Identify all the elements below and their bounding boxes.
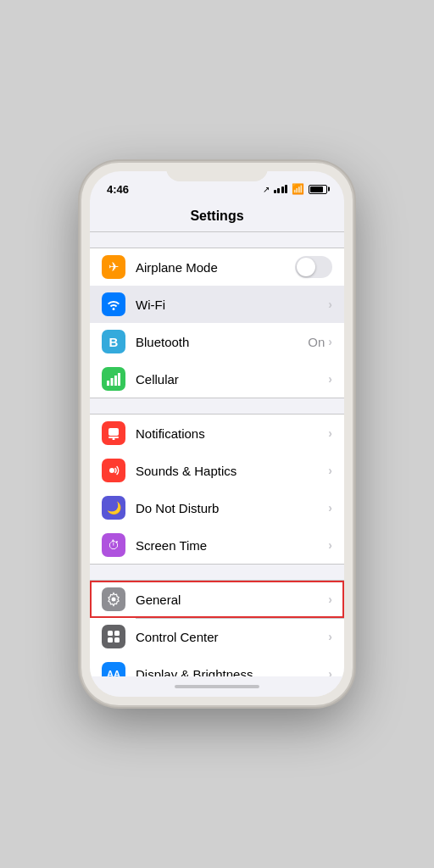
sounds-row[interactable]: Sounds & Haptics › bbox=[90, 452, 344, 489]
control-center-label: Control Center bbox=[136, 630, 328, 644]
status-icons: ↗ 📶 bbox=[263, 183, 328, 195]
general-section: General › Control Center › bbox=[90, 580, 344, 676]
control-center-row[interactable]: Control Center › bbox=[90, 618, 344, 655]
bluetooth-value: On bbox=[308, 335, 325, 349]
general-icon bbox=[102, 587, 125, 611]
svg-rect-2 bbox=[114, 376, 117, 386]
location-icon: ↗ bbox=[263, 185, 270, 194]
bluetooth-icon: B bbox=[102, 330, 125, 353]
control-center-icon bbox=[102, 625, 125, 648]
dnd-icon: 🌙 bbox=[102, 496, 125, 520]
control-center-chevron: › bbox=[328, 630, 332, 643]
cellular-label: Cellular bbox=[136, 372, 328, 387]
section-gap-1 bbox=[90, 232, 344, 248]
section-gap-3 bbox=[90, 565, 344, 580]
page-title-bar: Settings bbox=[90, 200, 344, 232]
wifi-row[interactable]: Wi-Fi › bbox=[90, 286, 344, 323]
status-time: 4:46 bbox=[107, 183, 129, 196]
signal-icon bbox=[274, 185, 288, 193]
notifications-icon bbox=[102, 421, 125, 445]
sounds-icon bbox=[102, 459, 125, 482]
wifi-label: Wi-Fi bbox=[136, 298, 328, 312]
svg-rect-3 bbox=[118, 373, 120, 386]
general-label: General bbox=[136, 593, 328, 607]
wifi-icon bbox=[102, 292, 125, 316]
home-bar bbox=[175, 685, 259, 688]
svg-rect-12 bbox=[114, 637, 120, 643]
svg-rect-11 bbox=[108, 637, 113, 643]
airplane-mode-icon: ✈ bbox=[102, 255, 125, 279]
wifi-chevron: › bbox=[328, 298, 332, 311]
bluetooth-row[interactable]: B Bluetooth On › bbox=[90, 323, 344, 360]
connectivity-section: ✈ Airplane Mode Wi-Fi › B Bluetooth bbox=[90, 248, 344, 398]
wifi-status-icon: 📶 bbox=[292, 183, 304, 195]
airplane-mode-label: Airplane Mode bbox=[136, 260, 295, 275]
general-row[interactable]: General › bbox=[90, 581, 344, 618]
screen-time-row[interactable]: ⏱ Screen Time › bbox=[90, 526, 344, 564]
general-chevron: › bbox=[328, 593, 332, 606]
dnd-label: Do Not Disturb bbox=[136, 501, 328, 515]
page-title: Settings bbox=[190, 209, 243, 224]
battery-icon bbox=[309, 185, 327, 194]
notifications-chevron: › bbox=[328, 426, 332, 440]
airplane-mode-toggle[interactable] bbox=[295, 256, 332, 278]
screen-time-label: Screen Time bbox=[136, 538, 328, 553]
settings-scroll[interactable]: ✈ Airplane Mode Wi-Fi › B Bluetooth bbox=[90, 232, 344, 676]
section-gap-2 bbox=[90, 398, 344, 414]
sounds-label: Sounds & Haptics bbox=[136, 464, 328, 478]
phone-frame: 4:46 ↗ 📶 Settings bbox=[81, 163, 353, 705]
display-chevron: › bbox=[328, 667, 332, 676]
phone-screen: 4:46 ↗ 📶 Settings bbox=[90, 171, 344, 697]
notch bbox=[166, 163, 268, 181]
svg-rect-0 bbox=[107, 381, 109, 386]
svg-point-8 bbox=[112, 598, 116, 602]
bluetooth-label: Bluetooth bbox=[136, 335, 308, 349]
display-row[interactable]: AA Display & Brightness › bbox=[90, 655, 344, 676]
cellular-icon bbox=[102, 367, 125, 391]
screen-time-icon: ⏱ bbox=[102, 533, 125, 557]
svg-rect-10 bbox=[114, 631, 120, 636]
cellular-row[interactable]: Cellular › bbox=[90, 360, 344, 398]
home-indicator bbox=[90, 676, 344, 697]
bluetooth-chevron: › bbox=[328, 335, 332, 348]
sounds-chevron: › bbox=[328, 464, 332, 477]
svg-rect-4 bbox=[108, 428, 119, 436]
notifications-row[interactable]: Notifications › bbox=[90, 415, 344, 452]
display-icon: AA bbox=[102, 662, 125, 676]
svg-rect-1 bbox=[111, 378, 114, 386]
svg-rect-9 bbox=[108, 631, 113, 636]
notifications-label: Notifications bbox=[136, 426, 328, 441]
dnd-row[interactable]: 🌙 Do Not Disturb › bbox=[90, 489, 344, 526]
display-label: Display & Brightness bbox=[136, 667, 328, 677]
airplane-mode-row[interactable]: ✈ Airplane Mode bbox=[90, 248, 344, 286]
notifications-section: Notifications › Sounds & Haptics › bbox=[90, 414, 344, 565]
svg-point-7 bbox=[109, 468, 114, 473]
dnd-chevron: › bbox=[328, 501, 332, 515]
screen-time-chevron: › bbox=[328, 538, 332, 552]
cellular-chevron: › bbox=[328, 372, 332, 386]
